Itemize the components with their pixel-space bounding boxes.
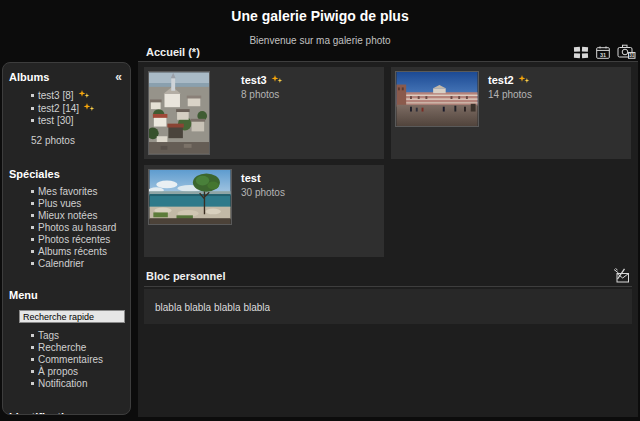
sidebar-section-albums: Albums « test3 [8] test2 [14] test [30] … xyxy=(3,63,130,146)
album-grid: test3 8 photos xyxy=(144,67,632,257)
album-thumbnail-test3 xyxy=(148,71,210,155)
bullet-icon xyxy=(31,358,34,361)
bullet-icon xyxy=(31,119,34,122)
album-card-test3[interactable]: test3 8 photos xyxy=(144,67,384,159)
album-photo-count: 30 photos xyxy=(241,187,285,198)
sidebar-item-label: Mes favorites xyxy=(38,187,97,196)
sidebar-item-tags[interactable]: Tags xyxy=(31,331,126,340)
album-title[interactable]: test xyxy=(241,172,261,184)
sidebar-item-label: test2 [14] xyxy=(38,104,79,113)
album-title[interactable]: test2 xyxy=(488,74,514,86)
main-content: Accueil (*) 31 31 xyxy=(138,42,638,417)
new-flag-icon xyxy=(83,103,95,113)
sidebar-item-photos-recentes[interactable]: Photos récentes xyxy=(31,235,126,244)
sidebar-item-label: Photos au hasard xyxy=(38,223,116,232)
albums-section-title: Albums xyxy=(9,71,49,83)
sidebar-item-notification[interactable]: Notification xyxy=(31,379,126,388)
identification-section-title: Identification xyxy=(9,411,77,415)
sidebar-section-identification: Identification Bonjour julien ! Déconnex… xyxy=(3,403,130,415)
bullet-icon xyxy=(31,262,34,265)
calendar-view-icon[interactable]: 31 xyxy=(596,46,610,59)
album-thumbnail-test xyxy=(148,169,232,225)
sidebar-item-photos-au-hasard[interactable]: Photos au hasard xyxy=(31,223,126,232)
album-card-test2[interactable]: test2 14 photos xyxy=(391,67,631,159)
sidebar-item-label: Photos récentes xyxy=(38,235,110,244)
svg-text:31: 31 xyxy=(629,53,635,58)
sidebar-item-label: Calendrier xyxy=(38,259,84,268)
sidebar-item-test3[interactable]: test3 [8] xyxy=(31,90,126,100)
sidebar: Albums « test3 [8] test2 [14] test [30] … xyxy=(2,62,131,415)
sidebar-item-test[interactable]: test [30] xyxy=(31,116,126,125)
collapse-sidebar-icon[interactable]: « xyxy=(115,72,122,82)
sidebar-item-label: Commentaires xyxy=(38,355,103,364)
bullet-icon xyxy=(31,202,34,205)
flat-view-icon[interactable] xyxy=(573,46,589,59)
sidebar-section-specials: Spéciales Mes favorites Plus vues Mieux … xyxy=(3,160,130,268)
album-photo-count: 8 photos xyxy=(241,89,283,100)
sidebar-item-label: Notification xyxy=(38,379,87,388)
breadcrumb[interactable]: Accueil (*) xyxy=(146,46,200,58)
new-flag-icon xyxy=(518,75,530,85)
sidebar-item-label: Tags xyxy=(38,331,59,340)
specials-section-title: Spéciales xyxy=(9,168,60,180)
new-flag-icon xyxy=(271,75,283,85)
photo-dates-icon[interactable]: 31 xyxy=(617,44,636,59)
svg-text:31: 31 xyxy=(600,52,606,58)
sidebar-section-menu: Menu Tags Recherche Commentaires À propo… xyxy=(3,281,130,388)
personal-block-title: Bloc personnel xyxy=(146,270,225,282)
sidebar-item-label: Mieux notées xyxy=(38,211,97,220)
sidebar-item-label: Albums récents xyxy=(38,247,107,256)
album-title[interactable]: test3 xyxy=(241,74,267,86)
bullet-icon xyxy=(31,214,34,217)
bullet-icon xyxy=(31,238,34,241)
bullet-icon xyxy=(31,94,34,97)
sidebar-item-label: À propos xyxy=(38,367,78,376)
total-photos-count: 52 photos xyxy=(3,135,130,146)
new-flag-icon xyxy=(78,90,90,100)
gallery-header: Une galerie Piwigo de plus Bienvenue sur… xyxy=(0,0,640,46)
bullet-icon xyxy=(31,346,34,349)
personal-block-content: blabla blabla blabla blabla xyxy=(144,289,632,324)
sidebar-item-recherche[interactable]: Recherche xyxy=(31,343,126,352)
bullet-icon xyxy=(31,382,34,385)
menu-section-title: Menu xyxy=(9,289,38,301)
bullet-icon xyxy=(31,334,34,337)
sidebar-item-commentaires[interactable]: Commentaires xyxy=(31,355,126,364)
sidebar-item-label: test [30] xyxy=(38,116,74,125)
sidebar-item-calendrier[interactable]: Calendrier xyxy=(31,259,126,268)
sidebar-item-label: test3 [8] xyxy=(38,91,74,100)
album-thumbnail-test2 xyxy=(395,71,479,127)
bullet-icon xyxy=(31,250,34,253)
sidebar-item-label: Recherche xyxy=(38,343,86,352)
sidebar-item-plus-vues[interactable]: Plus vues xyxy=(31,199,126,208)
bullet-icon xyxy=(31,190,34,193)
content-panel: test3 8 photos xyxy=(138,62,638,417)
sidebar-item-label: Plus vues xyxy=(38,199,81,208)
sidebar-item-a-propos[interactable]: À propos xyxy=(31,367,126,376)
bullet-icon xyxy=(31,226,34,229)
bullet-icon xyxy=(31,370,34,373)
sidebar-item-mieux-notees[interactable]: Mieux notées xyxy=(31,211,126,220)
bullet-icon xyxy=(31,107,34,110)
album-photo-count: 14 photos xyxy=(488,89,532,100)
sidebar-item-mes-favorites[interactable]: Mes favorites xyxy=(31,187,126,196)
quick-search-input[interactable] xyxy=(19,310,125,323)
page-title: Une galerie Piwigo de plus xyxy=(0,8,640,24)
sidebar-item-test2[interactable]: test2 [14] xyxy=(31,103,126,113)
edit-block-icon[interactable] xyxy=(613,268,630,283)
sidebar-item-albums-recents[interactable]: Albums récents xyxy=(31,247,126,256)
album-card-test[interactable]: test 30 photos xyxy=(144,165,384,257)
